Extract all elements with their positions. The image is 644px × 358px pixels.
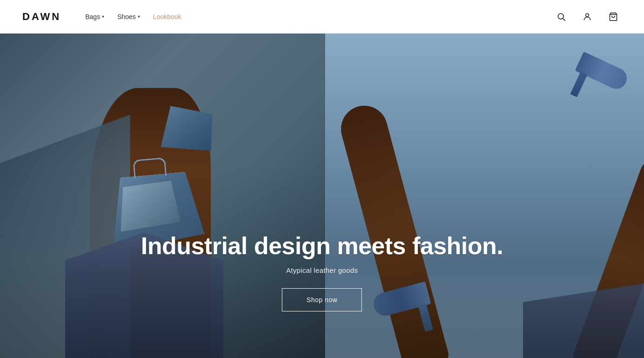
- header-right: [553, 8, 622, 25]
- svg-line-1: [563, 18, 565, 20]
- search-button[interactable]: [553, 8, 570, 25]
- search-icon: [557, 12, 566, 21]
- nav-label-bags: Bags: [85, 13, 100, 20]
- main-nav: Bags ▾ Shoes ▾ Lookbook: [80, 9, 187, 24]
- cart-icon: [609, 12, 618, 21]
- hero-title: Industrial design meets fashion.: [141, 232, 503, 260]
- shop-now-button[interactable]: Shop now: [282, 288, 362, 311]
- hero-content: Industrial design meets fashion. Atypica…: [141, 232, 503, 311]
- shoe-heel-body-2: [575, 52, 630, 92]
- small-bag: [158, 105, 219, 157]
- header-left: DAWN Bags ▾ Shoes ▾ Lookbook: [22, 9, 187, 24]
- cart-button[interactable]: [605, 8, 622, 25]
- small-bag-body: [158, 105, 219, 157]
- nav-item-lookbook[interactable]: Lookbook: [148, 9, 187, 24]
- shoe-heel-post-2: [570, 72, 587, 97]
- nav-label-shoes: Shoes: [117, 13, 136, 20]
- nav-label-lookbook: Lookbook: [153, 13, 181, 20]
- nav-item-shoes[interactable]: Shoes ▾: [112, 9, 146, 24]
- hero-section: Industrial design meets fashion. Atypica…: [0, 34, 644, 358]
- chevron-down-icon: ▾: [102, 14, 104, 19]
- account-button[interactable]: [579, 8, 596, 25]
- nav-item-bags[interactable]: Bags ▾: [80, 9, 110, 24]
- brand-logo[interactable]: DAWN: [22, 11, 61, 23]
- chevron-down-icon: ▾: [138, 14, 140, 19]
- shoe-2: [575, 52, 630, 92]
- site-header: DAWN Bags ▾ Shoes ▾ Lookbook: [0, 0, 644, 34]
- svg-point-2: [586, 14, 589, 17]
- person-icon: [583, 12, 592, 21]
- hero-panel-divider: [325, 34, 326, 358]
- hero-subtitle: Atypical leather goods: [141, 266, 503, 274]
